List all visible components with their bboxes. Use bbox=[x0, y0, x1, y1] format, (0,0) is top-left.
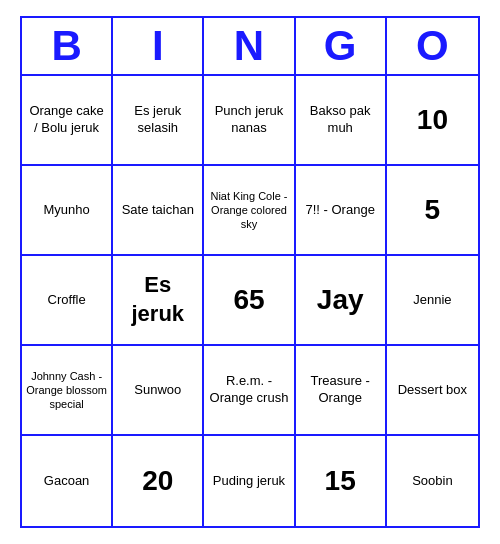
bingo-header-letter: G bbox=[296, 18, 387, 74]
bingo-header-letter: O bbox=[387, 18, 478, 74]
bingo-cell: Jay bbox=[296, 256, 387, 346]
bingo-cell: Es jeruk selasih bbox=[113, 76, 204, 166]
bingo-cell: Sate taichan bbox=[113, 166, 204, 256]
bingo-cell: Johnny Cash - Orange blossom special bbox=[22, 346, 113, 436]
bingo-cell: 65 bbox=[204, 256, 295, 346]
bingo-cell: Orange cake / Bolu jeruk bbox=[22, 76, 113, 166]
bingo-grid: Orange cake / Bolu jerukEs jeruk selasih… bbox=[22, 76, 478, 526]
bingo-cell: Myunho bbox=[22, 166, 113, 256]
bingo-header-letter: I bbox=[113, 18, 204, 74]
bingo-header: BINGO bbox=[22, 18, 478, 76]
bingo-cell: Sunwoo bbox=[113, 346, 204, 436]
bingo-cell: Jennie bbox=[387, 256, 478, 346]
bingo-header-letter: B bbox=[22, 18, 113, 74]
bingo-cell: Croffle bbox=[22, 256, 113, 346]
bingo-cell: 15 bbox=[296, 436, 387, 526]
bingo-cell: 7!! - Orange bbox=[296, 166, 387, 256]
bingo-cell: Bakso pak muh bbox=[296, 76, 387, 166]
bingo-cell: Soobin bbox=[387, 436, 478, 526]
bingo-cell: 5 bbox=[387, 166, 478, 256]
bingo-cell: Puding jeruk bbox=[204, 436, 295, 526]
bingo-cell: 20 bbox=[113, 436, 204, 526]
bingo-card: BINGO Orange cake / Bolu jerukEs jeruk s… bbox=[20, 16, 480, 528]
bingo-cell: 10 bbox=[387, 76, 478, 166]
bingo-cell: Treasure - Orange bbox=[296, 346, 387, 436]
bingo-cell: R.e.m. - Orange crush bbox=[204, 346, 295, 436]
bingo-cell: Gacoan bbox=[22, 436, 113, 526]
bingo-cell: Punch jeruk nanas bbox=[204, 76, 295, 166]
bingo-cell: Dessert box bbox=[387, 346, 478, 436]
bingo-cell: Es jeruk bbox=[113, 256, 204, 346]
bingo-cell: Niat King Cole - Orange colored sky bbox=[204, 166, 295, 256]
bingo-header-letter: N bbox=[204, 18, 295, 74]
